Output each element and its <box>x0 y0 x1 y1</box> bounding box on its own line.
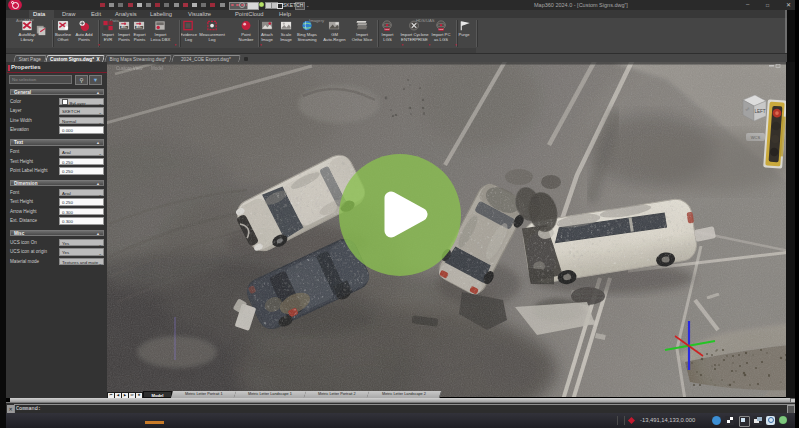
svg-text:Model: Model <box>151 66 163 71</box>
svg-text:ASC: ASC <box>136 25 142 29</box>
svg-text:LGS: LGS <box>438 28 443 30</box>
svg-text:LGS: LGS <box>385 28 390 30</box>
svg-text:LEFT: LEFT <box>754 109 765 114</box>
svg-text:Custom View: Custom View <box>116 66 143 71</box>
svg-text:ASC: ASC <box>121 25 127 29</box>
